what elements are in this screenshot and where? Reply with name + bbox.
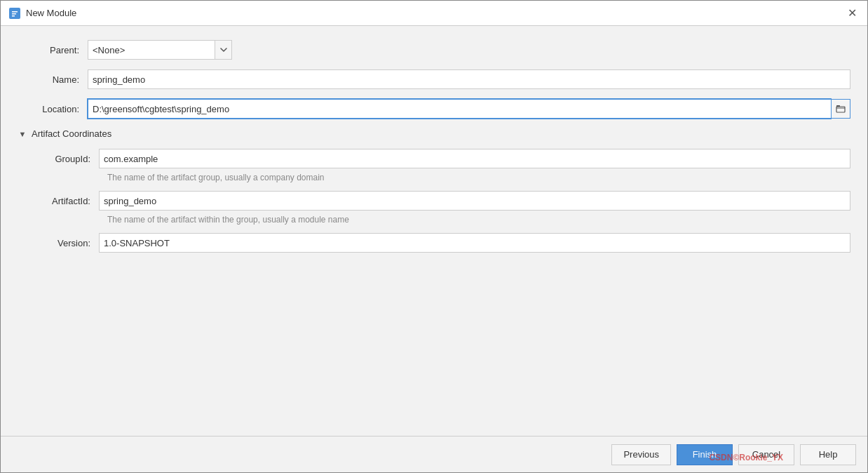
svg-rect-3 — [12, 15, 15, 17]
svg-rect-4 — [836, 107, 845, 112]
groupid-row: GroupId: — [29, 149, 850, 168]
svg-rect-2 — [12, 13, 16, 15]
title-bar: New Module ✕ — [1, 1, 867, 26]
artifactid-label: ArtifactId: — [29, 196, 99, 206]
location-wrapper — [88, 99, 850, 119]
collapse-icon[interactable]: ▼ — [18, 129, 27, 139]
parent-dropdown-button[interactable] — [215, 40, 232, 60]
svg-rect-1 — [12, 11, 18, 13]
artifactid-row: ArtifactId: — [29, 191, 850, 211]
dialog-icon — [9, 8, 20, 19]
groupid-label: GroupId: — [29, 154, 99, 164]
location-label: Location: — [18, 104, 88, 114]
dialog-footer: Previous Finish Cancel Help — [1, 436, 867, 472]
name-label: Name: — [18, 74, 88, 85]
artifact-section: GroupId: The name of the artifact group,… — [29, 149, 850, 253]
title-bar-left: New Module — [9, 8, 76, 19]
help-button[interactable]: Help — [800, 444, 856, 465]
svg-rect-5 — [836, 105, 840, 107]
close-button[interactable]: ✕ — [845, 6, 859, 20]
location-row: Location: — [18, 99, 850, 119]
previous-button[interactable]: Previous — [611, 444, 671, 465]
dialog-content: Parent: Name: Location: — [1, 26, 867, 436]
browse-button[interactable] — [831, 99, 850, 119]
groupid-hint: The name of the artifact group, usually … — [99, 173, 850, 182]
finish-button[interactable]: Finish — [677, 444, 733, 465]
parent-row: Parent: — [18, 40, 850, 60]
artifactid-input[interactable] — [99, 191, 850, 211]
artifact-section-title: Artifact Coordinates — [32, 128, 111, 139]
artifact-section-header: ▼ Artifact Coordinates — [18, 128, 850, 139]
parent-input[interactable] — [88, 40, 215, 60]
version-row: Version: — [29, 233, 850, 253]
parent-wrapper — [88, 40, 232, 60]
new-module-dialog: New Module ✕ Parent: Name: Location: — [0, 0, 868, 473]
location-input[interactable] — [88, 99, 831, 119]
version-label: Version: — [29, 238, 99, 248]
cancel-button[interactable]: Cancel — [738, 444, 794, 465]
artifactid-hint: The name of the artifact within the grou… — [99, 215, 850, 225]
groupid-input[interactable] — [99, 149, 850, 168]
name-input[interactable] — [88, 69, 850, 89]
version-input[interactable] — [99, 233, 850, 253]
parent-label: Parent: — [18, 45, 88, 55]
dialog-title: New Module — [26, 8, 76, 18]
name-row: Name: — [18, 69, 850, 89]
